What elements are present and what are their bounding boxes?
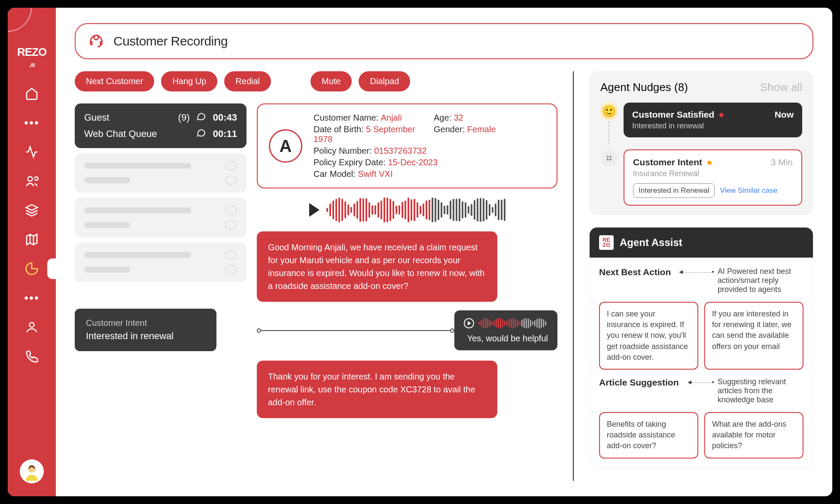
customer-info-card: A Customer Name: Anjali Age: 32 Date of … (257, 103, 557, 188)
hang-up-button[interactable]: Hang Up (161, 71, 217, 91)
scan-icon: ⌗ (600, 149, 618, 167)
svg-point-1 (30, 322, 34, 327)
recording-waveform (257, 197, 557, 223)
nudges-title: Agent Nudges (8) (600, 81, 688, 94)
article-description: Suggesting relevant articles from the kn… (718, 377, 803, 404)
customer-avatar: A (269, 129, 302, 163)
queue-placeholder (75, 198, 247, 237)
nba-label: Next Best Action (599, 267, 676, 277)
page-title: Customer Recording (113, 34, 228, 49)
brand-logo: REZO.AI (17, 46, 46, 69)
queue-subtitle: Web Chat Queue (84, 128, 190, 140)
corner-decoration (8, 8, 32, 32)
users-icon[interactable] (24, 173, 40, 189)
chat-icon (196, 111, 207, 124)
play-customer-button[interactable] (464, 318, 474, 328)
home-icon[interactable] (24, 86, 40, 101)
call-controls: Next Customer Hang Up Redial Mute Dialpa… (75, 71, 557, 91)
article-label: Article Suggestion (599, 377, 685, 388)
more-icon[interactable]: ••• (24, 115, 40, 131)
headset-icon (88, 32, 105, 51)
next-customer-button[interactable]: Next Customer (75, 71, 154, 91)
connector-line (257, 328, 454, 333)
user-avatar[interactable] (20, 459, 44, 483)
queue-time-2: 00:11 (213, 128, 237, 140)
chat-icon (196, 128, 207, 140)
customer-intent-card: Customer Intent Interested in renewal (75, 309, 216, 351)
svg-point-0 (28, 176, 33, 181)
agent-message: Thank you for your interest. I am sendin… (257, 361, 497, 418)
waveform-bars (326, 197, 505, 223)
map-icon[interactable] (24, 232, 40, 247)
profile-icon[interactable] (24, 319, 40, 335)
intent-label: Customer Intent (86, 318, 205, 328)
queue-active-item[interactable]: Guest (9) 00:43 Web Chat Queue 00:11 (75, 103, 247, 148)
play-button[interactable] (309, 203, 320, 217)
mute-button[interactable]: Mute (310, 71, 352, 91)
nba-suggestion-card[interactable]: I can see your insurance is expired. If … (599, 302, 698, 370)
nudge-intent-card[interactable]: Customer Intent 3 Min Insurance Renewal … (624, 149, 802, 206)
queue-time-1: 00:43 (213, 112, 237, 123)
customer-reply-text: Yes, would be helpful (464, 334, 548, 343)
queue-title: Guest (84, 112, 172, 123)
intent-value: Interested in renewal (86, 331, 205, 342)
assist-title: Agent Assist (620, 237, 682, 249)
agent-assist-panel: REZO Agent Assist Next Best Action AI Po… (589, 227, 813, 468)
agent-nudges-panel: Agent Nudges (8) Show all 🙂 Customer Sat… (589, 71, 813, 215)
page-header: Customer Recording (75, 23, 813, 59)
redial-button[interactable]: Redial (224, 71, 271, 91)
article-suggestion-card[interactable]: What are the add-ons available for motor… (704, 412, 803, 458)
agent-message: Good Morning Anjali, we have received a … (257, 231, 497, 302)
analytics-icon[interactable] (24, 261, 40, 276)
sidebar: REZO.AI ••• ••• (8, 8, 56, 496)
nba-suggestion-card[interactable]: If you are interested in for renewing it… (704, 302, 803, 370)
nudge-satisfied-card[interactable]: Customer Satisfied Now Interested in ren… (624, 103, 802, 137)
dialpad-button[interactable]: Dialpad (359, 71, 410, 91)
assist-logo-icon: REZO (599, 235, 614, 250)
activity-icon[interactable] (24, 144, 40, 160)
queue-placeholder (75, 243, 247, 282)
show-all-link[interactable]: Show all (760, 81, 802, 94)
queue-placeholder (75, 153, 247, 193)
view-similar-link[interactable]: View Similar case (720, 186, 777, 195)
customer-message: Yes, would be helpful (454, 310, 557, 350)
nudge-badge: Interested in Renewal (633, 183, 715, 198)
more2-icon[interactable]: ••• (24, 290, 40, 306)
layers-icon[interactable] (24, 203, 40, 218)
article-suggestion-card[interactable]: Benefits of taking roadside assistance a… (599, 412, 698, 458)
smile-icon: 🙂 (600, 103, 618, 120)
queue-count: (9) (178, 112, 190, 123)
nba-description: AI Powered next best action/smart reply … (718, 267, 803, 294)
mini-waveform (478, 317, 546, 329)
phone-icon[interactable] (24, 349, 40, 364)
